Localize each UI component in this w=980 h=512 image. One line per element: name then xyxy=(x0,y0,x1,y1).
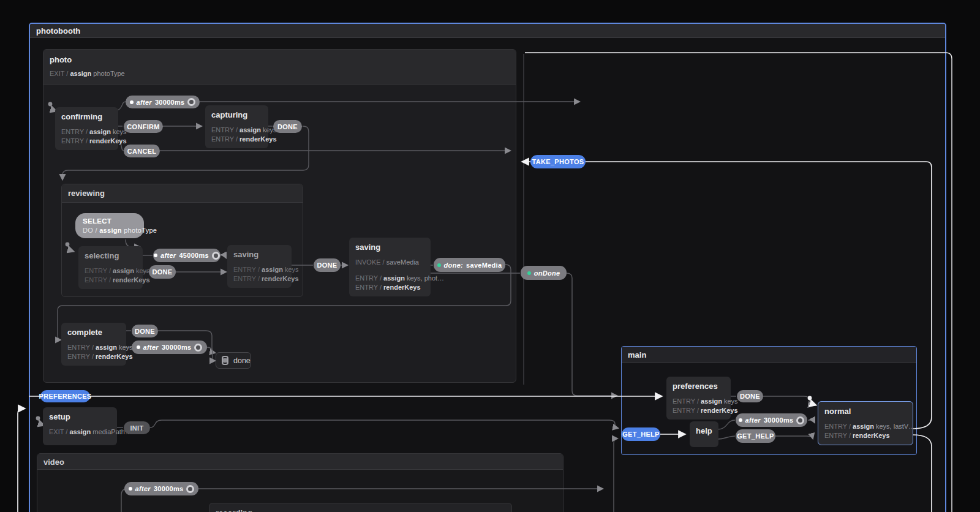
state-saving-outer[interactable]: savingINVOKE / saveMediaENTRY / assign k… xyxy=(349,238,431,296)
after-pill-after-help[interactable]: after30000ms xyxy=(736,413,807,427)
event-pill-preferences-ev[interactable]: PREFERENCES xyxy=(40,390,90,402)
state-title: capturing xyxy=(211,110,262,119)
event-pill-select[interactable]: SELECTDO / assign photoType xyxy=(75,213,144,238)
action-line: ENTRY / assign keys, lastV… xyxy=(824,423,907,431)
state-done-final[interactable]: done xyxy=(216,352,251,369)
event-pill-done-capturing[interactable]: DONE xyxy=(273,120,302,133)
action-line: ENTRY / renderKeys xyxy=(673,407,725,415)
state-video-header[interactable]: video xyxy=(37,454,563,470)
action-line: ENTRY / assign keys xyxy=(61,128,112,136)
action-line: ENTRY / assign keys, phot… xyxy=(355,274,424,282)
machine-title: photobooth xyxy=(36,26,80,36)
state-title: normal xyxy=(824,407,907,416)
do-action-line: DO / assign photoType xyxy=(83,227,157,234)
after-pill-after-video[interactable]: after30000ms xyxy=(124,482,198,495)
state-complete[interactable]: completeENTRY / assign keysENTRY / rende… xyxy=(61,323,126,366)
action-line: EXIT / assign mediaPath… xyxy=(49,428,111,436)
after-pill-after-confirming[interactable]: after30000ms xyxy=(126,96,200,108)
state-capturing[interactable]: capturingENTRY / assign keysENTRY / rend… xyxy=(205,105,268,148)
delay-dot-icon xyxy=(137,345,140,349)
state-title: help xyxy=(696,426,712,435)
exit-action: EXIT / assign photoType xyxy=(50,70,510,78)
final-state-icon xyxy=(222,356,228,365)
event-pill-done-selecting[interactable]: DONE xyxy=(149,265,176,279)
delay-dot-icon xyxy=(154,254,157,257)
state-main-header[interactable]: main xyxy=(622,347,916,363)
timer-ring-icon xyxy=(194,344,202,352)
state-title: reviewing xyxy=(68,189,296,198)
state-title: done xyxy=(233,356,251,365)
after-pill-after-complete[interactable]: after30000ms xyxy=(132,341,207,354)
state-title: selecting xyxy=(85,251,137,260)
timer-ring-icon xyxy=(796,416,804,424)
state-saving-inner[interactable]: savingENTRY / assign keysENTRY / renderK… xyxy=(227,245,292,288)
state-selecting[interactable]: selectingENTRY / assign keysENTRY / rend… xyxy=(78,246,143,289)
action-line: ENTRY / renderKeys xyxy=(61,137,112,145)
event-pill-confirm[interactable]: CONFIRM xyxy=(124,120,163,133)
timer-ring-icon xyxy=(187,98,195,106)
state-recording-header[interactable]: recording xyxy=(209,503,511,512)
delay-dot-icon xyxy=(129,487,132,491)
state-reviewing-header[interactable]: reviewing xyxy=(62,184,303,203)
timer-ring-icon xyxy=(212,252,220,260)
state-title: saving xyxy=(355,243,424,252)
state-preferences[interactable]: preferencesENTRY / assign keysENTRY / re… xyxy=(666,377,731,420)
event-pill-done-reviewing[interactable]: DONE xyxy=(314,258,341,272)
state-title: setup xyxy=(49,412,111,421)
state-title: photo xyxy=(50,55,510,64)
action-line: ENTRY / assign keys xyxy=(85,267,137,275)
event-pill-done-complete[interactable]: DONE xyxy=(132,325,158,337)
done-dot-icon xyxy=(437,263,441,267)
action-line: ENTRY / renderKeys xyxy=(67,353,120,361)
after-pill-after-selecting[interactable]: after45000ms xyxy=(153,249,221,262)
action-line: ENTRY / renderKeys xyxy=(355,284,424,292)
state-photo-header[interactable]: photo EXIT / assign photoType xyxy=(43,50,516,85)
state-title: preferences xyxy=(673,382,725,391)
event-pill-cancel[interactable]: CANCEL xyxy=(124,145,160,157)
event-pill-get-help-gray[interactable]: GET_HELP xyxy=(736,429,775,443)
delay-dot-icon xyxy=(130,100,134,104)
action-line: ENTRY / renderKeys xyxy=(824,432,907,440)
event-pill-init[interactable]: INIT xyxy=(124,421,150,434)
state-machine-canvas[interactable]: photobooth photo EXIT / assign photoType… xyxy=(0,0,980,512)
invoke-done-pill-done-savemedia[interactable]: done:saveMedia xyxy=(434,258,505,272)
state-title: video xyxy=(43,457,557,467)
action-line: ENTRY / renderKeys xyxy=(233,275,285,283)
action-line: ENTRY / assign keys xyxy=(673,397,725,405)
state-title: confirming xyxy=(61,112,112,121)
event-pill-done-preferences[interactable]: DONE xyxy=(737,390,763,402)
timer-ring-icon xyxy=(186,485,194,493)
action-line: ENTRY / assign keys xyxy=(211,126,262,134)
state-title: complete xyxy=(67,328,120,337)
event-pill-take-photos[interactable]: TAKE_PHOTOS xyxy=(530,155,586,168)
invoke-done-pill-ondone[interactable]: onDone xyxy=(521,266,567,280)
event-pill-get-help-blue[interactable]: GET_HELP xyxy=(622,427,660,441)
state-confirming[interactable]: confirmingENTRY / assign keysENTRY / ren… xyxy=(55,107,118,150)
action-line: ENTRY / assign keys xyxy=(67,344,120,352)
state-setup[interactable]: setupEXIT / assign mediaPath… xyxy=(43,407,117,445)
action-line: ENTRY / assign keys xyxy=(233,266,285,274)
done-dot-icon xyxy=(527,271,531,275)
action-line: ENTRY / renderKeys xyxy=(211,135,262,143)
action-line: INVOKE / saveMedia xyxy=(355,258,424,266)
state-title: main xyxy=(628,350,910,360)
state-recording[interactable]: recording xyxy=(209,503,512,512)
state-normal[interactable]: normalENTRY / assign keys, lastV…ENTRY /… xyxy=(818,401,913,445)
delay-dot-icon xyxy=(739,418,742,422)
state-title: saving xyxy=(233,250,285,259)
state-help[interactable]: help xyxy=(690,421,718,447)
state-title: recording xyxy=(216,508,505,512)
action-line: ENTRY / renderKeys xyxy=(85,276,137,284)
event-label: SELECT xyxy=(83,217,111,225)
machine-header[interactable]: photobooth xyxy=(30,24,945,38)
